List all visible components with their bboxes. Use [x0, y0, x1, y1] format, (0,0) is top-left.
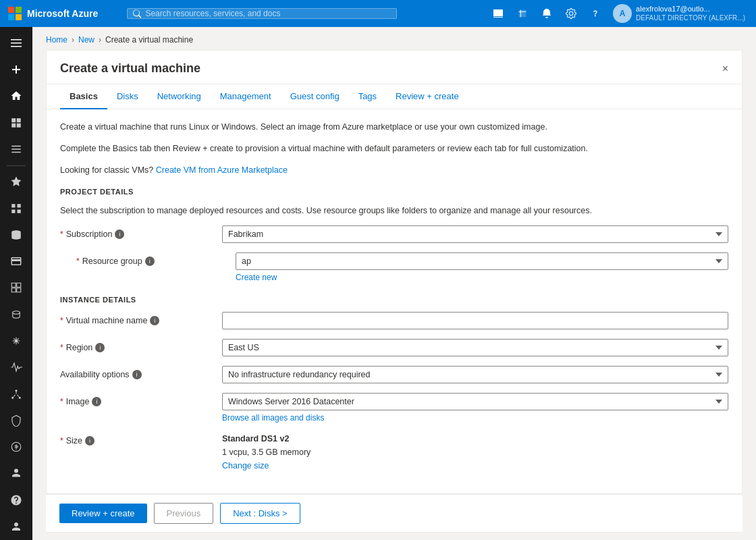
vm-name-label: Virtual machine name: [66, 316, 148, 325]
section-project-details: PROJECT DETAILS: [60, 188, 728, 196]
svg-rect-11: [18, 209, 21, 213]
svg-point-17: [19, 396, 21, 398]
tab-networking[interactable]: Networking: [148, 84, 211, 109]
sidebar-expand-button[interactable]: [0, 30, 32, 56]
size-required: *: [60, 436, 63, 446]
directory-button[interactable]: [512, 3, 533, 24]
sidebar-item-sql[interactable]: [0, 301, 32, 327]
panel-header: Create a virtual machine ×: [47, 51, 742, 84]
rg-required: *: [76, 256, 80, 266]
svg-rect-1: [16, 7, 22, 13]
tab-tags[interactable]: Tags: [349, 84, 386, 109]
sidebar-item-home[interactable]: [0, 83, 32, 109]
region-required: *: [60, 343, 63, 352]
panel-title: Create a virtual machine: [60, 61, 200, 76]
sidebar-item-security[interactable]: [0, 407, 32, 433]
sidebar-item-load-balancer[interactable]: [0, 381, 32, 407]
size-row: * Size i Standard DS1 v2 1 vcpu, 3.5 GB …: [60, 432, 728, 473]
resource-group-select[interactable]: ap: [236, 252, 728, 270]
svg-rect-0: [8, 7, 14, 13]
sidebar-item-dashboard[interactable]: [0, 109, 32, 136]
rg-info-icon[interactable]: i: [145, 256, 155, 266]
svg-rect-6: [11, 43, 22, 44]
breadcrumb-new[interactable]: New: [78, 35, 94, 45]
sidebar-item-apps[interactable]: [0, 195, 32, 221]
size-name: Standard DS1 v2: [222, 432, 728, 446]
change-size-link[interactable]: Change size: [222, 459, 269, 473]
image-label: Image: [66, 397, 90, 406]
image-select[interactable]: Windows Server 2016 Datacenter: [222, 393, 728, 410]
tab-disks[interactable]: Disks: [107, 84, 148, 109]
settings-button[interactable]: [560, 3, 582, 24]
svg-point-13: [13, 311, 20, 315]
help-button[interactable]: [585, 3, 606, 24]
notifications-button[interactable]: [536, 3, 558, 24]
section-instance-details: INSTANCE DETAILS: [60, 296, 728, 304]
sidebar-item-subscriptions[interactable]: [0, 248, 32, 274]
intro-classic: Looking for classic VMs? Create VM from …: [60, 163, 728, 177]
create-vm-panel: Create a virtual machine × Basics Disks …: [46, 50, 742, 494]
create-new-rg-link[interactable]: Create new: [236, 273, 277, 282]
image-info-icon[interactable]: i: [92, 397, 101, 406]
region-row: * Region i East US: [60, 339, 728, 356]
sidebar-item-monitor[interactable]: [0, 354, 32, 381]
size-info-icon[interactable]: i: [85, 436, 94, 446]
sidebar-item-user-settings[interactable]: [0, 514, 32, 540]
sidebar-item-azure-ad[interactable]: [0, 460, 32, 487]
svg-rect-2: [8, 14, 14, 20]
svg-rect-9: [18, 204, 21, 207]
breadcrumb: Home › New › Create a virtual machine: [32, 27, 756, 50]
cloud-shell-button[interactable]: [487, 3, 509, 24]
subscription-required: *: [60, 230, 63, 239]
search-input[interactable]: [145, 9, 391, 18]
previous-button[interactable]: Previous: [154, 503, 214, 524]
sidebar-item-kubernetes[interactable]: [0, 327, 32, 354]
tab-basics[interactable]: Basics: [60, 84, 107, 109]
create-resource-button[interactable]: [0, 56, 32, 82]
user-name: alexfrolova17@outlo...: [636, 5, 745, 14]
topbar-actions: A alexfrolova17@outlo... DEFAULT DIRECTO…: [487, 3, 749, 24]
user-menu[interactable]: A alexfrolova17@outlo... DEFAULT DIRECTO…: [609, 3, 749, 24]
panel-close-button[interactable]: ×: [722, 63, 728, 75]
subscription-info-icon[interactable]: i: [115, 230, 124, 239]
rg-label: Resource group: [82, 256, 142, 266]
tabs: Basics Disks Networking Management Guest…: [47, 84, 742, 109]
sidebar-divider-1: [7, 165, 26, 166]
next-button[interactable]: Next : Disks >: [220, 503, 300, 524]
horizontal-scrollbar[interactable]: [46, 532, 742, 540]
brand: Microsoft Azure: [7, 5, 122, 22]
svg-rect-7: [11, 46, 22, 47]
svg-point-15: [16, 389, 18, 392]
main-content: Home › New › Create a virtual machine Cr…: [32, 27, 756, 540]
svg-rect-5: [11, 39, 22, 40]
breadcrumb-home[interactable]: Home: [46, 35, 68, 45]
vm-name-info-icon[interactable]: i: [150, 316, 159, 325]
size-label: Size: [66, 436, 82, 446]
subscription-select[interactable]: Fabrikam: [222, 225, 728, 243]
review-create-button[interactable]: Review + create: [59, 504, 147, 523]
classic-vm-link[interactable]: Create VM from Azure Marketplace: [156, 165, 288, 175]
vm-name-required: *: [60, 316, 63, 325]
region-select[interactable]: East US: [222, 339, 728, 356]
availability-select[interactable]: No infrastructure redundancy required: [222, 366, 728, 383]
search-icon: [133, 9, 141, 18]
sidebar-item-storage[interactable]: [0, 221, 32, 248]
project-details-desc: Select the subscription to manage deploy…: [60, 204, 728, 217]
browse-images-link[interactable]: Browse all images and disks: [222, 413, 324, 423]
vm-name-input[interactable]: [222, 312, 728, 329]
sidebar-item-all-services[interactable]: [0, 136, 32, 162]
sidebar-item-cost[interactable]: [0, 434, 32, 460]
tab-guest-config[interactable]: Guest config: [281, 84, 349, 109]
tab-management[interactable]: Management: [211, 84, 281, 109]
region-info-icon[interactable]: i: [95, 343, 105, 352]
sidebar-item-favorites[interactable]: [0, 169, 32, 195]
sidebar-item-help[interactable]: [0, 487, 32, 513]
size-detail: 1 vcpu, 3.5 GB memory: [222, 446, 728, 459]
region-label: Region: [66, 343, 93, 352]
sidebar-item-resource-groups[interactable]: [0, 275, 32, 301]
availability-info-icon[interactable]: i: [132, 370, 142, 379]
footer: Review + create Previous Next : Disks >: [46, 494, 742, 532]
search-bar[interactable]: [127, 8, 397, 19]
svg-rect-10: [11, 209, 15, 213]
tab-review-create[interactable]: Review + create: [386, 84, 468, 109]
